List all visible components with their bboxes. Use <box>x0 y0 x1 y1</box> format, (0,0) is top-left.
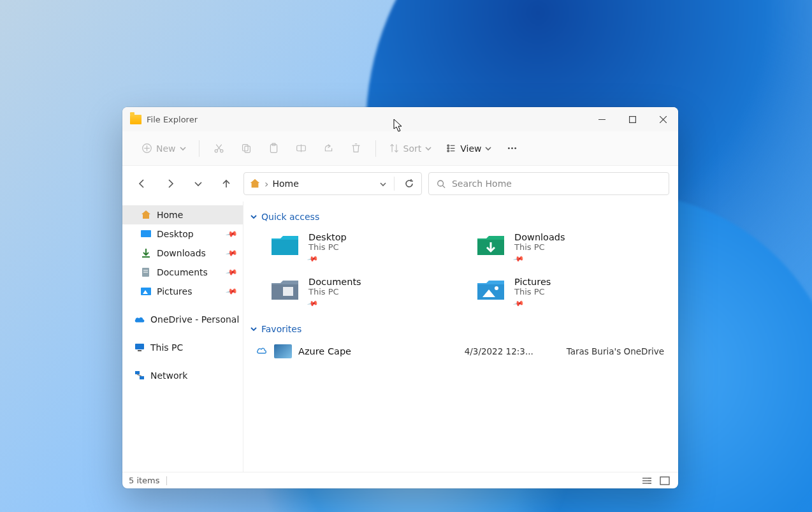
cloud-status-icon <box>255 346 268 358</box>
sidebar-item-thispc[interactable]: This PC <box>122 338 243 357</box>
share-button[interactable] <box>315 136 342 161</box>
details-view-button[interactable] <box>640 475 654 486</box>
svg-point-8 <box>220 150 222 152</box>
separator <box>375 140 376 157</box>
pin-icon: 📌 <box>307 253 319 265</box>
sidebar-item-onedrive[interactable]: OneDrive - Personal <box>122 310 243 329</box>
copy-button[interactable] <box>233 136 259 161</box>
pin-icon: 📌 <box>225 247 238 260</box>
sidebar-item-label: Desktop <box>157 229 194 239</box>
trash-icon <box>351 143 361 154</box>
sidebar-item-network[interactable]: Network <box>122 366 243 385</box>
new-button[interactable]: New <box>135 136 192 161</box>
clipboard-icon <box>268 143 279 154</box>
address-bar[interactable]: › Home <box>243 172 422 195</box>
quick-access-downloads[interactable]: Downloads This PC 📌 <box>471 228 667 268</box>
quick-access-desktop[interactable]: Desktop This PC 📌 <box>265 228 461 268</box>
sidebar-item-home[interactable]: Home <box>122 205 243 224</box>
new-button-label: New <box>156 143 176 154</box>
sort-icon <box>389 143 400 154</box>
item-location: This PC <box>308 287 361 296</box>
sidebar-item-documents[interactable]: Documents 📌 <box>122 263 243 282</box>
view-icon <box>446 143 456 154</box>
folder-pictures-icon <box>475 277 507 302</box>
home-icon <box>249 178 261 189</box>
folder-downloads-icon <box>475 232 507 258</box>
file-location: Taras Buria's OneDrive <box>567 346 664 356</box>
quick-access-pictures[interactable]: Pictures This PC 📌 <box>471 273 667 312</box>
favorite-item[interactable]: Azure Cape 4/3/2022 12:3... Taras Buria'… <box>250 340 667 362</box>
sort-button[interactable]: Sort <box>382 136 439 161</box>
chevron-down-icon <box>250 325 257 333</box>
svg-point-30 <box>438 180 444 186</box>
up-button[interactable] <box>215 173 237 194</box>
view-button-label: View <box>460 143 481 154</box>
sidebar-item-pictures[interactable]: Pictures 📌 <box>122 282 243 301</box>
view-button[interactable]: View <box>439 136 498 161</box>
quick-access-header[interactable]: Quick access <box>250 212 667 222</box>
maximize-button[interactable] <box>617 107 648 131</box>
sidebar-item-label: Home <box>157 210 183 220</box>
delete-button[interactable] <box>343 136 369 161</box>
rename-button[interactable] <box>288 136 314 161</box>
address-bar-row: › Home <box>122 166 678 201</box>
chevron-down-icon[interactable] <box>380 178 386 190</box>
svg-rect-41 <box>138 350 141 351</box>
chevron-down-icon <box>425 143 431 154</box>
file-thumbnail <box>274 344 292 358</box>
recent-button[interactable] <box>187 173 209 194</box>
minimize-button[interactable] <box>586 107 617 131</box>
svg-rect-12 <box>244 146 250 152</box>
close-button[interactable] <box>648 107 678 131</box>
chevron-down-icon <box>180 143 186 154</box>
back-button[interactable] <box>131 173 153 194</box>
item-name: Downloads <box>514 232 565 242</box>
sidebar: Home Desktop 📌 Downloads 📌 Documents 📌 P… <box>122 201 243 472</box>
sidebar-item-label: Pictures <box>157 286 192 296</box>
desktop-icon <box>140 228 152 240</box>
downloads-icon <box>140 247 152 259</box>
item-name: Documents <box>308 277 361 287</box>
quick-access-documents[interactable]: Documents This PC 📌 <box>265 273 461 312</box>
chevron-down-icon <box>485 143 491 154</box>
svg-rect-32 <box>141 230 151 237</box>
paste-button[interactable] <box>261 136 287 161</box>
svg-point-52 <box>495 286 498 290</box>
sidebar-item-downloads[interactable]: Downloads 📌 <box>122 244 243 263</box>
svg-rect-45 <box>272 240 298 255</box>
pin-icon: 📌 <box>513 298 525 310</box>
section-title: Quick access <box>261 212 319 222</box>
favorites-header[interactable]: Favorites <box>250 324 667 334</box>
sidebar-item-label: Downloads <box>157 248 206 258</box>
sidebar-item-label: Documents <box>157 267 208 277</box>
search-input[interactable] <box>452 179 661 189</box>
separator <box>199 140 199 157</box>
sidebar-item-label: Network <box>150 370 187 381</box>
chevron-down-icon <box>250 213 257 221</box>
breadcrumb-location[interactable]: Home <box>272 179 298 189</box>
refresh-button[interactable] <box>402 177 416 191</box>
svg-rect-56 <box>660 477 669 485</box>
pictures-icon <box>140 286 152 297</box>
pin-icon: 📌 <box>513 253 525 265</box>
forward-button[interactable] <box>159 173 181 194</box>
copy-icon <box>241 143 252 154</box>
tiles-view-button[interactable] <box>658 475 672 486</box>
svg-rect-11 <box>242 145 248 151</box>
sort-button-label: Sort <box>403 143 422 154</box>
pin-icon: 📌 <box>225 266 238 279</box>
svg-point-26 <box>509 147 511 149</box>
folder-documents-icon <box>269 277 301 302</box>
home-icon <box>140 209 152 221</box>
svg-line-44 <box>137 374 141 376</box>
network-icon <box>134 370 145 381</box>
sidebar-item-label: OneDrive - Personal <box>150 314 239 325</box>
more-button[interactable] <box>499 136 525 161</box>
documents-icon <box>140 267 152 278</box>
ellipsis-icon <box>507 143 518 154</box>
cut-button[interactable] <box>206 136 232 161</box>
titlebar[interactable]: File Explorer <box>122 107 678 131</box>
svg-rect-43 <box>140 376 144 379</box>
search-box[interactable] <box>428 172 669 195</box>
sidebar-item-desktop[interactable]: Desktop 📌 <box>122 224 243 244</box>
